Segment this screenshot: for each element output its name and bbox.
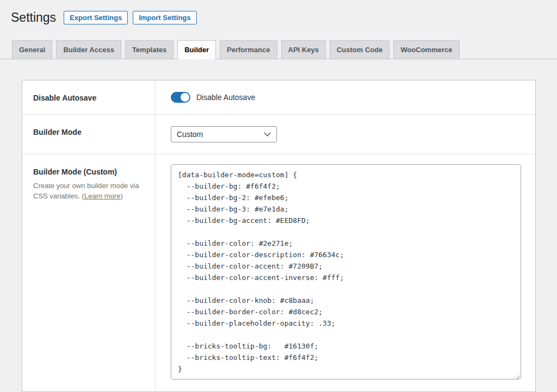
tab-builder-access[interactable]: Builder Access [56,40,121,59]
setting-control-cell: [data-builder-mode=custom] { --builder-b… [156,154,535,390]
custom-css-textarea[interactable]: [data-builder-mode=custom] { --builder-b… [171,164,521,379]
learn-more-link[interactable]: Learn more [84,192,120,200]
toggle-knob-icon [181,93,189,102]
settings-table: Disable Autosave Disable Autosave Builde… [22,80,536,392]
setting-label: Builder Mode [33,128,82,136]
setting-control-cell: Disable Autosave [156,80,535,114]
disable-autosave-toggle[interactable] [171,92,190,103]
setting-label-cell: Disable Autosave [22,80,156,114]
tab-general[interactable]: General [12,40,52,59]
builder-mode-select-wrap: Custom [171,126,277,142]
tab-custom-code[interactable]: Custom Code [330,40,390,59]
setting-label: Builder Mode (Custom) [33,167,117,176]
tab-performance[interactable]: Performance [220,40,277,59]
setting-label-cell: Builder Mode [22,115,156,154]
toggle-label: Disable Autosave [196,93,255,102]
export-settings-button[interactable]: Export Settings [64,11,128,24]
custom-css-textarea-wrap: [data-builder-mode=custom] { --builder-b… [171,164,521,382]
tab-woocommerce[interactable]: WooCommerce [393,40,459,59]
tab-builder[interactable]: Builder [177,40,216,59]
page-header: Settings Export Settings Import Settings [0,0,557,24]
tab-api-keys[interactable]: API Keys [281,40,326,59]
setting-row-builder-mode-custom: Builder Mode (Custom) Create your own bu… [22,154,535,390]
page-title: Settings [11,10,56,24]
setting-control-cell: Custom [156,115,535,154]
setting-label-cell: Builder Mode (Custom) Create your own bu… [22,154,156,390]
setting-label: Disable Autosave [33,94,96,102]
setting-row-builder-mode: Builder Mode Custom [22,115,535,154]
paren-close: ) [120,192,122,200]
builder-mode-select[interactable]: Custom [171,126,277,142]
tab-templates[interactable]: Templates [125,40,174,59]
import-settings-button[interactable]: Import Settings [133,11,196,24]
settings-tab-bar: General Builder Access Templates Builder… [0,40,557,59]
settings-content: Disable Autosave Disable Autosave Builde… [0,80,557,392]
setting-description: Create your own builder mode via CSS var… [33,181,144,202]
setting-row-disable-autosave: Disable Autosave Disable Autosave [22,80,535,115]
